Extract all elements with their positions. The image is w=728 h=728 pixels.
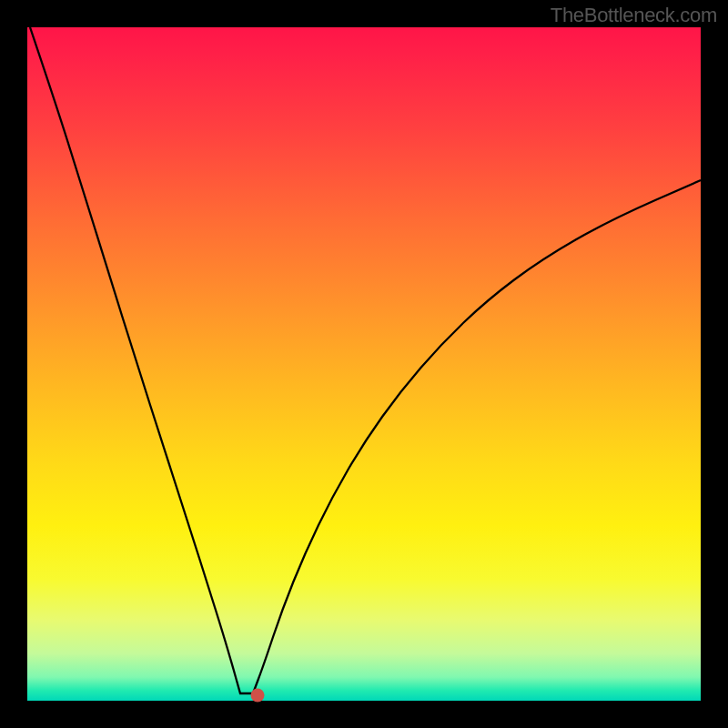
chart-plot-area [27,27,701,701]
watermark-text: TheBottleneck.com [551,4,717,27]
optimal-point-marker [251,689,265,703]
bottleneck-curve [27,27,701,701]
curve-path [30,27,701,693]
